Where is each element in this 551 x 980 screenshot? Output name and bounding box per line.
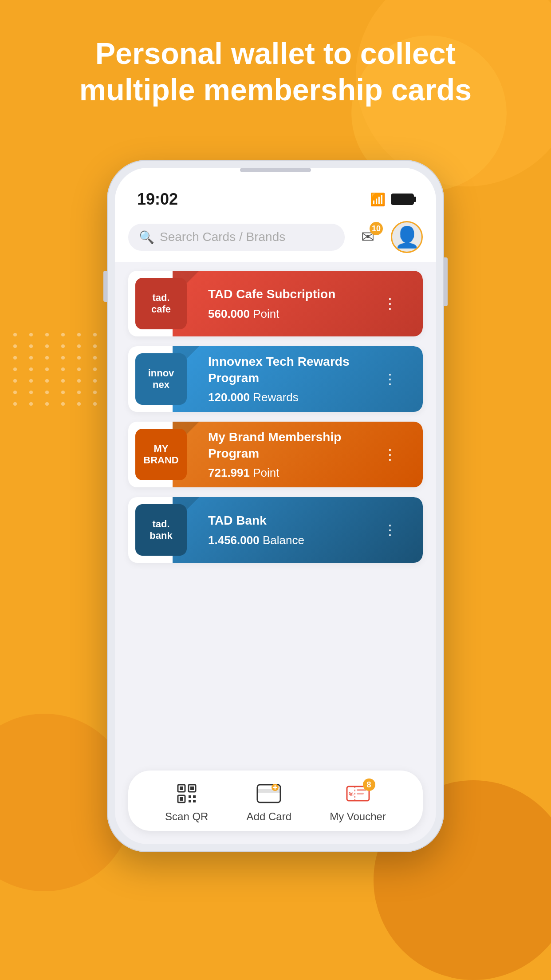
card-info: TAD Cafe Subcription 560.000 Point	[208, 286, 379, 320]
card-info: TAD Bank 1.456.000 Balance	[208, 513, 379, 547]
scan-qr-label: Scan QR	[165, 810, 208, 823]
card-item[interactable]: MYBRAND My Brand Membership Program 721.…	[128, 422, 423, 487]
add-card-label: Add Card	[247, 810, 291, 823]
brand-logo: innovnex	[135, 353, 187, 405]
card-title: My Brand Membership Program	[208, 429, 379, 462]
phone-frame: 19:02 📶 🔍 Search Cards / Brands ✉ 10 👤	[107, 160, 444, 852]
card-list: tad.cafe TAD Cafe Subcription 560.000 Po…	[115, 262, 436, 771]
card-points-value: 120.000	[208, 391, 250, 404]
card-info: My Brand Membership Program 721.991 Poin…	[208, 429, 379, 480]
brand-logo-text: MYBRAND	[143, 443, 178, 466]
add-card-icon-wrap	[253, 780, 284, 807]
card-points: 120.000 Rewards	[208, 391, 379, 404]
phone-screen: 19:02 📶 🔍 Search Cards / Brands ✉ 10 👤	[115, 168, 436, 844]
battery-icon	[391, 194, 414, 205]
card-strip: My Brand Membership Program 721.991 Poin…	[173, 422, 423, 487]
card-strip: TAD Cafe Subcription 560.000 Point ⋮	[173, 271, 423, 336]
card-points-value: 560.000	[208, 307, 250, 320]
svg-rect-8	[189, 800, 191, 802]
svg-rect-7	[193, 795, 196, 798]
card-title: Innovnex Tech Rewards Program	[208, 354, 379, 386]
svg-rect-1	[180, 786, 183, 790]
card-menu-button[interactable]: ⋮	[379, 368, 401, 390]
search-icon: 🔍	[139, 230, 154, 245]
status-bar: 19:02 📶	[115, 168, 436, 213]
card-points-value: 1.456.000	[208, 533, 260, 547]
card-menu-button[interactable]: ⋮	[379, 293, 401, 314]
nav-scan-qr[interactable]: Scan QR	[165, 780, 208, 823]
dots-pattern	[13, 333, 101, 406]
card-strip: TAD Bank 1.456.000 Balance ⋮	[173, 497, 423, 563]
card-menu-button[interactable]: ⋮	[379, 444, 401, 465]
scan-qr-icon-wrap	[171, 780, 202, 807]
brand-logo-text: innovnex	[148, 368, 174, 391]
nav-my-voucher[interactable]: % 8 My Voucher	[330, 780, 386, 823]
svg-rect-9	[193, 800, 196, 802]
power-button	[444, 257, 448, 306]
add-card-icon	[256, 784, 281, 803]
volume-button	[103, 271, 107, 302]
search-input-wrap[interactable]: 🔍 Search Cards / Brands	[128, 224, 345, 251]
card-title: TAD Cafe Subcription	[208, 286, 379, 302]
notifications-button[interactable]: ✉ 10	[353, 222, 383, 252]
svg-text:%: %	[349, 791, 354, 798]
card-strip: Innovnex Tech Rewards Program 120.000 Re…	[173, 346, 423, 412]
svg-rect-6	[189, 795, 191, 798]
notifications-badge: 10	[370, 222, 383, 235]
brand-logo: tad.cafe	[135, 278, 187, 329]
card-title: TAD Bank	[208, 513, 379, 529]
brand-logo-text: tad.cafe	[151, 292, 171, 316]
wifi-icon: 📶	[370, 192, 386, 207]
card-menu-button[interactable]: ⋮	[379, 519, 401, 541]
card-item[interactable]: innovnex Innovnex Tech Rewards Program 1…	[128, 346, 423, 412]
my-voucher-label: My Voucher	[330, 810, 386, 823]
card-points-value: 721.991	[208, 466, 250, 479]
card-item[interactable]: tad.cafe TAD Cafe Subcription 560.000 Po…	[128, 271, 423, 336]
my-voucher-icon-wrap: % 8	[342, 780, 374, 807]
card-points: 1.456.000 Balance	[208, 533, 379, 547]
phone-mockup: 19:02 📶 🔍 Search Cards / Brands ✉ 10 👤	[107, 160, 444, 852]
status-time: 19:02	[137, 190, 178, 209]
search-placeholder: Search Cards / Brands	[160, 230, 285, 244]
card-points: 560.000 Point	[208, 307, 379, 321]
nav-add-card[interactable]: Add Card	[247, 780, 291, 823]
brand-logo: tad.bank	[135, 504, 187, 556]
svg-rect-3	[190, 786, 194, 790]
avatar-button[interactable]: 👤	[391, 221, 423, 253]
search-bar-row: 🔍 Search Cards / Brands ✉ 10 👤	[115, 213, 436, 262]
card-points: 721.991 Point	[208, 466, 379, 480]
hero-title: Personal wallet to collect multiple memb…	[0, 36, 551, 108]
card-info: Innovnex Tech Rewards Program 120.000 Re…	[208, 354, 379, 404]
svg-rect-5	[180, 797, 183, 801]
scan-qr-icon	[176, 783, 197, 804]
status-icons: 📶	[370, 192, 414, 207]
svg-rect-18	[357, 793, 364, 794]
brand-logo: MYBRAND	[135, 429, 187, 480]
voucher-badge: 8	[363, 778, 375, 791]
card-item[interactable]: tad.bank TAD Bank 1.456.000 Balance ⋮	[128, 497, 423, 563]
phone-notch	[240, 168, 311, 172]
brand-logo-text: tad.bank	[150, 518, 172, 542]
bottom-navigation: Scan QR Add Card	[128, 771, 423, 831]
user-icon: 👤	[394, 227, 420, 247]
